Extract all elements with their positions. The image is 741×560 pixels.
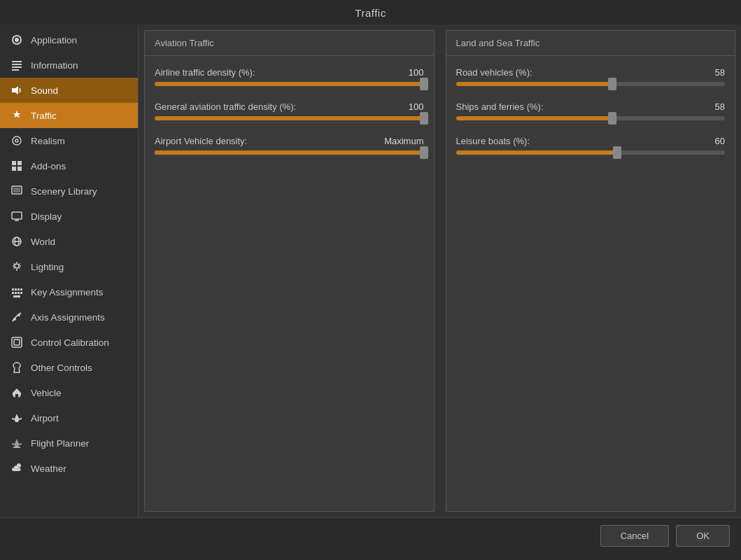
sidebar-label-airport: Airport <box>31 413 59 424</box>
sidebar-item-traffic[interactable]: Traffic <box>0 103 138 128</box>
sidebar-item-realism[interactable]: Realism <box>0 128 138 153</box>
svg-rect-29 <box>15 288 17 290</box>
slider-thumb-general-aviation-density[interactable] <box>420 112 428 125</box>
svg-rect-7 <box>12 161 16 165</box>
weather-icon <box>10 461 24 475</box>
svg-rect-3 <box>12 69 19 71</box>
slider-track-general-aviation-density[interactable] <box>155 116 424 120</box>
slider-fill-airline-density <box>155 82 424 86</box>
slider-track-leisure-boats[interactable] <box>456 150 726 155</box>
land-sea-panel-body: Road vehicles (%): 58 Ships and ferries … <box>446 56 735 181</box>
sidebar-item-sound[interactable]: Sound <box>0 78 138 103</box>
slider-label-row-road-vehicles: Road vehicles (%): 58 <box>456 67 726 78</box>
slider-fill-airport-vehicle-density <box>155 150 424 155</box>
traffic-icon <box>10 108 24 122</box>
sidebar-item-world[interactable]: World <box>0 229 138 254</box>
window-title: Traffic <box>355 7 386 19</box>
slider-value-general-aviation-density: 100 <box>409 102 424 112</box>
sidebar-label-scenery-library: Scenery Library <box>31 186 97 197</box>
slider-row-leisure-boats: Leisure boats (%): 60 <box>456 136 726 155</box>
slider-value-leisure-boats: 60 <box>715 136 725 146</box>
sidebar-label-world: World <box>31 237 55 247</box>
slider-value-airport-vehicle-density: Maximum <box>384 136 423 146</box>
svg-point-41 <box>13 396 15 398</box>
svg-rect-12 <box>13 188 20 192</box>
slider-value-road-vehicles: 58 <box>715 67 725 78</box>
cancel-button[interactable]: Cancel <box>600 525 669 547</box>
slider-fill-general-aviation-density <box>155 116 424 120</box>
svg-rect-40 <box>14 340 20 345</box>
svg-point-5 <box>13 136 21 145</box>
sidebar-item-addons[interactable]: Add-ons <box>0 153 138 178</box>
sidebar-label-weather: Weather <box>31 463 66 474</box>
svg-rect-9 <box>12 167 16 171</box>
sidebar-item-axis-assignments[interactable]: Axis Assignments <box>0 304 138 330</box>
control-calibration-icon <box>10 335 24 349</box>
sidebar-item-vehicle[interactable]: Vehicle <box>0 380 138 405</box>
sidebar-item-airport[interactable]: Airport <box>0 405 138 430</box>
sidebar-item-application[interactable]: Application <box>0 27 138 52</box>
svg-rect-39 <box>12 337 22 347</box>
slider-track-airport-vehicle-density[interactable] <box>155 150 424 155</box>
information-icon <box>10 58 24 72</box>
flight-planner-icon <box>10 436 24 450</box>
slider-label-row-leisure-boats: Leisure boats (%): 60 <box>456 136 726 146</box>
slider-label-row-airport-vehicle-density: Airport Vehicle density: Maximum <box>155 136 424 146</box>
slider-track-road-vehicles[interactable] <box>456 82 726 86</box>
slider-thumb-airline-density[interactable] <box>420 78 428 90</box>
sidebar: ApplicationInformationSoundTrafficRealis… <box>0 24 139 517</box>
land-sea-traffic-panel: Land and Sea Traffic Road vehicles (%): … <box>446 30 736 512</box>
sidebar-label-addons: Add-ons <box>31 161 66 172</box>
slider-label-airport-vehicle-density: Airport Vehicle density: <box>155 136 247 146</box>
sidebar-label-application: Application <box>31 35 77 46</box>
world-icon <box>10 234 24 248</box>
slider-value-ships-ferries: 58 <box>715 102 725 112</box>
slider-thumb-leisure-boats[interactable] <box>613 146 621 159</box>
slider-row-ships-ferries: Ships and ferries (%): 58 <box>456 102 726 120</box>
slider-label-leisure-boats: Leisure boats (%): <box>456 136 530 146</box>
key-assignments-icon <box>10 285 24 299</box>
sidebar-label-axis-assignments: Axis Assignments <box>31 312 105 323</box>
addons-icon <box>10 159 24 173</box>
sidebar-item-lighting[interactable]: Lighting <box>0 254 138 279</box>
svg-point-44 <box>17 463 21 468</box>
bottom-bar: Cancel OK <box>0 517 741 554</box>
slider-thumb-ships-ferries[interactable] <box>608 112 616 125</box>
svg-line-25 <box>19 267 20 269</box>
sidebar-item-scenery-library[interactable]: Scenery Library <box>0 178 138 204</box>
slider-label-airline-density: Airline traffic density (%): <box>155 67 255 78</box>
aviation-panel-body: Airline traffic density (%): 100 General… <box>145 56 434 181</box>
sidebar-label-traffic: Traffic <box>31 111 57 121</box>
sidebar-item-control-calibration[interactable]: Control Calibration <box>0 330 138 355</box>
sidebar-item-other-controls[interactable]: Other Controls <box>0 355 138 380</box>
sidebar-item-information[interactable]: Information <box>0 52 138 78</box>
slider-track-ships-ferries[interactable] <box>456 116 726 120</box>
scenery-library-icon <box>10 184 24 198</box>
sidebar-item-key-assignments[interactable]: Key Assignments <box>0 279 138 304</box>
application-icon <box>10 33 24 47</box>
slider-label-row-ships-ferries: Ships and ferries (%): 58 <box>456 102 726 112</box>
slider-row-general-aviation-density: General aviation traffic density (%): 10… <box>155 102 424 120</box>
sidebar-item-display[interactable]: Display <box>0 204 138 229</box>
svg-rect-32 <box>12 292 14 294</box>
slider-label-road-vehicles: Road vehicles (%): <box>456 67 532 78</box>
slider-track-airline-density[interactable] <box>155 82 424 86</box>
slider-value-airline-density: 100 <box>409 67 424 78</box>
slider-thumb-road-vehicles[interactable] <box>608 78 616 90</box>
slider-row-road-vehicles: Road vehicles (%): 58 <box>456 67 726 86</box>
svg-marker-4 <box>12 86 18 94</box>
ok-button[interactable]: OK <box>676 525 730 547</box>
slider-label-ships-ferries: Ships and ferries (%): <box>456 102 544 112</box>
sidebar-label-display: Display <box>31 211 62 222</box>
sidebar-label-realism: Realism <box>31 136 65 146</box>
slider-thumb-airport-vehicle-density[interactable] <box>420 146 428 159</box>
sidebar-item-weather[interactable]: Weather <box>0 456 138 481</box>
slider-row-airport-vehicle-density: Airport Vehicle density: Maximum <box>155 136 424 155</box>
sidebar-label-lighting: Lighting <box>31 262 64 272</box>
sidebar-item-flight-planner[interactable]: Flight Planner <box>0 430 138 456</box>
svg-rect-13 <box>12 212 22 219</box>
realism-icon <box>10 134 24 148</box>
svg-rect-35 <box>20 292 22 294</box>
svg-line-27 <box>14 267 15 269</box>
sidebar-label-control-calibration: Control Calibration <box>31 337 109 348</box>
